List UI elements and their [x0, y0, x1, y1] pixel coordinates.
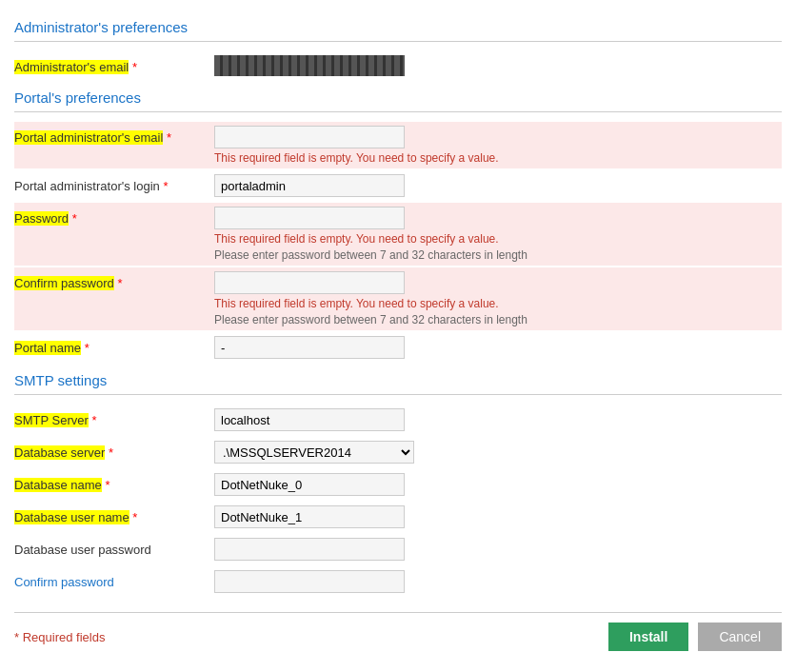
- confirm-db-password-row: Confirm password: [14, 566, 782, 597]
- portal-admin-login-label: Portal administrator's login *: [14, 174, 214, 193]
- footer: * Required fields Install Cancel: [14, 612, 782, 661]
- db-name-input-col: [214, 473, 782, 496]
- confirm-db-password-input-col: [214, 570, 782, 593]
- confirm-db-password-label: Confirm password: [14, 570, 214, 589]
- db-name-label: Database name *: [14, 473, 214, 492]
- db-server-row: Database server * .\MSSQLSERVER2014: [14, 437, 782, 467]
- db-password-input-col: [214, 538, 782, 561]
- required-fields-note: * Required fields: [14, 630, 105, 644]
- db-password-input[interactable]: [214, 538, 405, 561]
- confirm-db-password-input[interactable]: [214, 570, 405, 593]
- cancel-button[interactable]: Cancel: [698, 623, 782, 651]
- db-password-label: Database user password: [14, 538, 214, 557]
- portal-admin-email-input[interactable]: [214, 126, 405, 148]
- db-username-label: Database user name *: [14, 505, 214, 524]
- smtp-server-input[interactable]: [214, 408, 405, 431]
- smtp-server-input-col: [214, 408, 782, 431]
- portal-admin-email-row: Portal administrator's email * This requ…: [14, 122, 782, 168]
- admin-email-masked: [214, 55, 405, 76]
- password-error: This required field is empty. You need t…: [214, 232, 782, 246]
- portal-name-label: Portal name *: [14, 336, 214, 355]
- admin-email-label: Administrator's email *: [14, 55, 214, 74]
- password-input[interactable]: [214, 207, 405, 229]
- db-name-row: Database name *: [14, 469, 782, 500]
- portal-name-input[interactable]: [214, 336, 405, 359]
- portal-admin-login-input[interactable]: [214, 174, 405, 197]
- confirm-password-label: Confirm password *: [14, 271, 214, 290]
- admin-email-row: Administrator's email *: [14, 51, 782, 80]
- portal-name-row: Portal name *: [14, 332, 782, 363]
- portal-admin-login-row: Portal administrator's login *: [14, 170, 782, 201]
- db-password-row: Database user password: [14, 534, 782, 564]
- portal-admin-login-input-col: [214, 174, 782, 197]
- smtp-server-row: SMTP Server *: [14, 405, 782, 435]
- confirm-password-input[interactable]: [214, 271, 405, 294]
- confirm-password-hint: Please enter password between 7 and 32 c…: [214, 313, 782, 326]
- password-input-col: This required field is empty. You need t…: [214, 207, 782, 262]
- db-username-input-col: [214, 505, 782, 528]
- confirm-password-error: This required field is empty. You need t…: [214, 297, 782, 310]
- db-name-input[interactable]: [214, 473, 405, 496]
- portal-admin-email-input-col: This required field is empty. You need t…: [214, 126, 782, 165]
- portal-prefs-title: Portal's preferences: [14, 89, 782, 106]
- portal-name-input-col: [214, 336, 782, 359]
- smtp-title: SMTP settings: [14, 372, 782, 388]
- password-label: Password *: [14, 207, 214, 226]
- db-server-label: Database server *: [14, 441, 214, 460]
- db-username-input[interactable]: [214, 505, 405, 528]
- db-server-select[interactable]: .\MSSQLSERVER2014: [214, 441, 414, 464]
- db-server-input-col: .\MSSQLSERVER2014: [214, 441, 782, 464]
- smtp-server-label: SMTP Server *: [14, 408, 214, 427]
- confirm-password-input-col: This required field is empty. You need t…: [214, 271, 782, 326]
- confirm-password-row: Confirm password * This required field i…: [14, 267, 782, 330]
- db-username-row: Database user name *: [14, 502, 782, 532]
- password-row: Password * This required field is empty.…: [14, 203, 782, 266]
- password-hint: Please enter password between 7 and 32 c…: [214, 248, 782, 262]
- portal-admin-email-error: This required field is empty. You need t…: [214, 151, 782, 165]
- install-button[interactable]: Install: [608, 623, 688, 651]
- portal-admin-email-label: Portal administrator's email *: [14, 126, 214, 145]
- admin-prefs-title: Administrator's preferences: [14, 19, 782, 35]
- admin-email-input-col: [214, 55, 782, 76]
